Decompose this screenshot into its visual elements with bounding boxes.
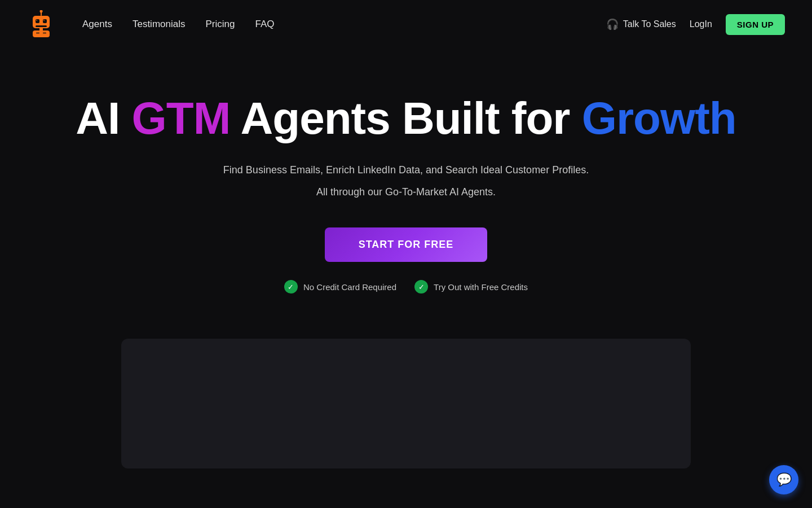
chat-icon: 💬 [776,472,792,487]
chat-button[interactable]: 💬 [769,465,798,494]
badge-free-credits: ✓ Try Out with Free Credits [414,280,528,294]
svg-rect-6 [43,20,45,21]
svg-rect-9 [33,30,50,37]
nav-item-agents[interactable]: Agents [82,19,112,30]
hero-subtitle-1: Find Business Emails, Enrich LinkedIn Da… [223,161,589,179]
trust-badges: ✓ No Credit Card Required ✓ Try Out with… [284,280,528,294]
badge-no-credit-card-label: No Credit Card Required [303,282,396,292]
svg-rect-5 [36,20,37,21]
svg-point-1 [40,10,43,13]
svg-rect-8 [39,28,43,30]
nav-item-pricing[interactable]: Pricing [205,19,235,30]
robot-logo-icon [27,10,55,38]
check-icon-2: ✓ [414,280,428,294]
hero-title-gtm: GTM [132,93,231,143]
video-placeholder [121,339,691,468]
svg-rect-7 [36,25,47,27]
svg-rect-11 [43,32,46,34]
svg-rect-10 [36,32,39,34]
hero-title-growth: Growth [582,93,736,143]
navbar-right: 🎧 Talk To Sales LogIn SIGN UP [606,14,785,35]
navbar-left: Agents Testimonials Pricing FAQ [27,10,274,38]
hero-section: AI GTM Agents Built for Growth Find Busi… [0,49,812,327]
talk-to-sales-link[interactable]: 🎧 Talk To Sales [606,18,676,30]
hero-title-ai: AI [76,93,131,143]
video-section [0,327,812,468]
login-link[interactable]: LogIn [690,19,712,29]
nav-item-faq[interactable]: FAQ [255,19,274,30]
check-icon-1: ✓ [284,280,298,294]
start-for-free-button[interactable]: START FOR FREE [325,227,488,262]
nav-links: Agents Testimonials Pricing FAQ [82,19,274,30]
logo[interactable] [27,10,55,38]
hero-subtitle-2: All through our Go-To-Market AI Agents. [316,183,496,201]
headphone-icon: 🎧 [606,18,619,30]
navbar: Agents Testimonials Pricing FAQ 🎧 Talk T… [0,0,812,49]
nav-item-testimonials[interactable]: Testimonials [133,19,186,30]
svg-rect-4 [43,19,47,23]
badge-free-credits-label: Try Out with Free Credits [434,282,528,292]
badge-no-credit-card: ✓ No Credit Card Required [284,280,396,294]
signup-button[interactable]: SIGN UP [726,14,785,35]
hero-title-agents-built-for: Agents Built for [230,93,581,143]
svg-rect-3 [36,19,39,23]
hero-title: AI GTM Agents Built for Growth [76,94,736,143]
